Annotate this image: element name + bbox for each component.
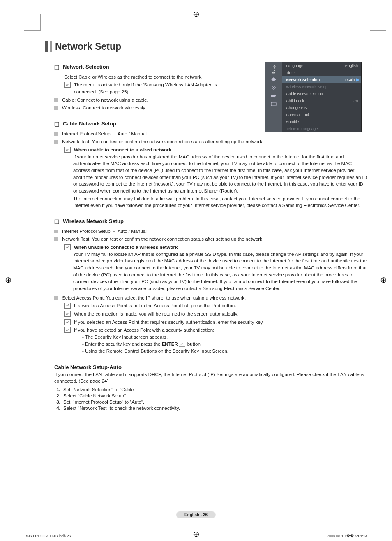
registration-mark-icon: ⊕ (380, 275, 387, 285)
numbered-list: Set "Network Selection" to "Cable". Sele… (62, 387, 367, 411)
menu-icon (270, 77, 277, 82)
section-heading: Wireless Network Setup (63, 218, 124, 224)
osd-label: Subtitle (286, 119, 299, 124)
osd-value: : - - - - (347, 126, 358, 131)
note-heading: When unable to connect to a wired networ… (74, 146, 171, 153)
registration-mark-icon: ⊕ (5, 275, 12, 285)
dash-item: - The Security Key input screen appears. (82, 334, 367, 341)
list-square-icon (54, 106, 58, 110)
osd-label: Change PIN (286, 105, 307, 110)
osd-row: Subtitle (282, 118, 361, 125)
osd-row: Language: English (282, 62, 361, 69)
settings-icon (270, 85, 277, 90)
note-icon: N (64, 82, 71, 88)
page-number-pill: English - 26 (176, 511, 216, 518)
list-text: Internet Protocol Setup → Auto / Manual (62, 130, 147, 137)
note-body: If your Internet service provider has re… (73, 153, 367, 195)
list-square-icon (54, 296, 58, 300)
page-title: Network Setup (55, 41, 367, 52)
osd-label: Language (286, 63, 303, 68)
osd-row: Teletext Language: - - - - (282, 125, 361, 132)
registration-mark-icon: ⊕ (193, 9, 200, 19)
square-bullet-icon: ❏ (54, 64, 60, 72)
list-square-icon (54, 132, 58, 136)
registration-mark-icon: ⊕ (193, 529, 200, 539)
osd-row: Wireless Network Setup (282, 83, 361, 90)
note-text: The menu is activated only if the 'Samsu… (74, 81, 230, 95)
footer-timestamp: 2008-08-19 �� 5:01:14 (327, 534, 367, 538)
note-icon: N (64, 147, 71, 153)
osd-row: Cable Network Setup (282, 90, 361, 97)
section-heading: Network Selection (63, 64, 109, 70)
dash-item: - Using the Remote Control Buttons on th… (82, 348, 367, 355)
osd-row: Change PIN (282, 104, 361, 111)
list-text: Network Test: You can test or confirm th… (62, 138, 263, 145)
list-item: Set "Internet Protocol Setup" to "Auto". (62, 399, 367, 404)
list-item: Set "Network Selection" to "Cable". (62, 387, 367, 392)
osd-label: Teletext Language (286, 126, 318, 131)
list-text: Network Test: You can test or confirm th… (62, 236, 263, 243)
crop-mark (24, 14, 41, 31)
list-square-icon (54, 140, 58, 144)
section-heading: Cable Network Setup (63, 121, 116, 127)
list-text: Internet Protocol Setup → Auto / Manual (62, 228, 147, 235)
osd-label: Child Lock (286, 98, 304, 103)
body-text: Select Cable or Wireless as the method t… (64, 74, 230, 81)
square-bullet-icon: ❏ (54, 121, 60, 129)
list-square-icon (54, 237, 58, 241)
note-text: If you selected an Access Point that req… (74, 319, 264, 326)
osd-row: Child Lock: On (282, 97, 361, 104)
osd-label: Wireless Network Setup (286, 84, 327, 89)
note-heading: When unable to connect to a wireless net… (74, 244, 178, 251)
page-title-block: Network Setup (45, 41, 367, 52)
osd-label: Time (286, 70, 295, 75)
section-heading: Cable Network Setup-Auto (54, 364, 367, 370)
svg-point-1 (273, 87, 274, 88)
note-icon: N (64, 319, 71, 325)
body-text: If you connect the LAN cable and it supp… (54, 371, 367, 385)
note-icon: N (64, 327, 71, 333)
note-text: If a wireless Access Point is not in the… (74, 302, 236, 309)
osd-label: Network Selection (286, 77, 320, 82)
list-square-icon (54, 98, 58, 102)
list-text: Select Access Point: You can select the … (62, 295, 246, 302)
note-text: When the connection is made, you will be… (74, 311, 238, 318)
list-text: Cable: Connect to network using a cable. (62, 97, 148, 104)
osd-value: : English (343, 63, 358, 68)
svg-rect-2 (271, 102, 276, 106)
note-icon: N (64, 311, 71, 317)
note-icon: N (64, 303, 71, 309)
square-bullet-icon: ❏ (54, 218, 60, 226)
list-item: Select "Cable Network Setup". (62, 393, 367, 398)
osd-row: Parental Lock (282, 111, 361, 118)
osd-row: Network Selection: Cable▶ (282, 76, 361, 83)
note-body: Your TV may fail to locate an AP that is… (73, 251, 367, 292)
list-square-icon (54, 230, 58, 233)
osd-value: : On (350, 98, 358, 103)
osd-row: Time (282, 69, 361, 76)
note-icon: N (64, 244, 71, 250)
osd-label: Cable Network Setup (286, 91, 323, 96)
note-text: If you have selected an Access Point wit… (74, 327, 214, 334)
note-body: The internet connection may fail due to … (73, 195, 367, 209)
list-text: Wireless: Connect to network wirelessly. (62, 104, 146, 111)
list-item: Select "Network Test" to check the netwo… (62, 406, 367, 411)
osd-tab-label: Setup (272, 65, 276, 74)
dash-item: - Enter the security key and press the E… (82, 341, 367, 348)
footer-filename: BN68-01700M-ENG.indb 26 (25, 534, 71, 538)
arrow-right-icon: ▶ (356, 77, 360, 82)
crop-mark (370, 14, 386, 31)
input-icon (270, 93, 277, 98)
app-icon (270, 102, 277, 107)
osd-label: Parental Lock (286, 112, 310, 117)
osd-menu: Setup Language: EnglishTimeNetwork Selec… (265, 62, 362, 132)
enter-icon: ↵ (179, 342, 185, 347)
